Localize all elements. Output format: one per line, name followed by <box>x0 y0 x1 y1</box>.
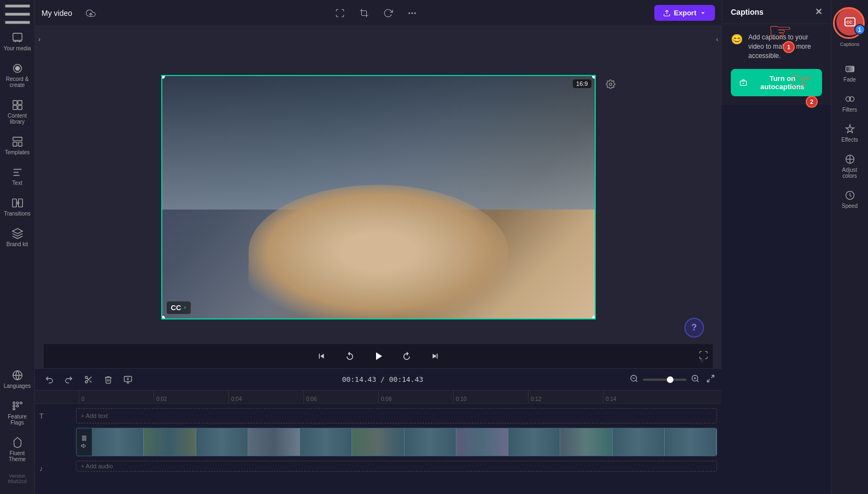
playback-controls <box>44 344 713 368</box>
thumb-1 <box>92 428 144 456</box>
audio-track-label: ♪ <box>35 458 76 478</box>
turn-on-autocaptions-btn[interactable]: Turn on autocaptions <box>731 69 822 96</box>
canvas-container: › CC + <box>35 26 722 368</box>
canvas-area: CC + <box>44 26 713 368</box>
sidebar-item-record[interactable]: Record & create <box>1 58 34 92</box>
hamburger-menu[interactable] <box>1 4 34 24</box>
left-sidebar: Your media Record & create Content libra… <box>0 0 35 494</box>
sidebar-item-fluent-theme[interactable]: Fluent Theme <box>1 432 34 467</box>
skip-to-start-btn[interactable] <box>313 347 330 365</box>
play-pause-btn[interactable] <box>370 347 387 365</box>
zoom-out-btn[interactable] <box>630 374 638 385</box>
sidebar-item-transitions[interactable]: Transitions <box>1 193 34 221</box>
thumb-4 <box>248 428 300 456</box>
undo-btn[interactable] <box>42 372 57 387</box>
zoom-thumb[interactable] <box>667 376 673 383</box>
svg-rect-55 <box>846 66 854 72</box>
captions-avatar-container[interactable]: CC 1 Captions <box>834 4 866 39</box>
zoom-in-btn[interactable] <box>691 374 700 385</box>
tool-item-adjust-colors[interactable]: Adjust colors <box>834 149 866 183</box>
svg-rect-6 <box>13 101 16 104</box>
svg-point-24 <box>412 12 413 14</box>
crop-btn[interactable] <box>355 4 373 22</box>
thumb-3 <box>196 428 248 456</box>
svg-marker-49 <box>81 444 84 448</box>
skip-to-end-btn[interactable] <box>426 347 444 365</box>
sidebar-item-feature-flags[interactable]: Feature Flags <box>1 396 34 430</box>
cut-btn[interactable] <box>81 372 96 387</box>
expand-timeline-btn[interactable] <box>706 374 715 385</box>
ruler-mark-2: 0:02 <box>154 391 228 403</box>
canvas-settings-icon[interactable] <box>606 79 615 91</box>
right-panel-collapse[interactable]: ‹ <box>713 26 722 53</box>
rewind-btn[interactable] <box>341 347 359 365</box>
fast-forward-btn[interactable] <box>398 347 415 365</box>
svg-rect-13 <box>12 199 16 207</box>
sidebar-item-templates[interactable]: Templates <box>1 131 34 160</box>
svg-line-46 <box>707 379 710 382</box>
timeline-track-area: T ♪ + Add text <box>35 404 722 494</box>
add-text-track[interactable]: + Add text <box>76 408 717 423</box>
svg-rect-12 <box>18 142 21 146</box>
svg-rect-10 <box>13 137 22 141</box>
svg-point-21 <box>20 402 22 404</box>
sidebar-item-content-library[interactable]: Content library <box>1 95 34 129</box>
left-panel-collapse[interactable]: › <box>35 26 44 53</box>
timeline: 00:14.43 / 00:14.43 <box>35 368 722 494</box>
svg-line-42 <box>697 380 699 382</box>
corner-handle-bottom-right[interactable] <box>592 316 596 319</box>
captions-title: Captions <box>731 8 764 16</box>
notification-badge: 1 <box>854 24 865 35</box>
ruler-marks: 0 0:02 0:04 0:06 0:08 0:10 0:12 0:14 <box>79 391 678 403</box>
corner-handle-bottom-left[interactable] <box>161 316 165 319</box>
cc-button[interactable]: CC + <box>167 301 191 314</box>
ruler-mark-0: 0 <box>79 391 154 403</box>
captions-panel-wrapper: Captions ✕ 😊 Add captions to your video … <box>722 0 831 494</box>
svg-rect-3 <box>13 33 22 40</box>
sidebar-item-text[interactable]: Text <box>1 162 34 190</box>
ruler-mark-10: 0:10 <box>453 391 528 403</box>
captions-body: 😊 Add captions to your video to make it … <box>722 24 831 105</box>
sidebar-item-your-media[interactable]: Your media <box>1 27 34 56</box>
delete-btn[interactable] <box>101 372 116 387</box>
rotate-btn[interactable] <box>379 4 397 22</box>
thumb-7 <box>404 428 456 456</box>
thumb-8 <box>456 428 508 456</box>
thumb-6 <box>352 428 404 456</box>
svg-point-18 <box>13 408 15 410</box>
sidebar-item-brand-kit[interactable]: Brand kit <box>1 223 34 252</box>
fullscreen-btn[interactable] <box>699 350 708 362</box>
thumb-12 <box>665 428 717 456</box>
captions-close-btn[interactable]: ✕ <box>815 7 822 17</box>
tool-item-filters[interactable]: Filters <box>834 89 866 117</box>
thumb-9 <box>508 428 560 456</box>
cloud-save-icon[interactable] <box>83 5 98 21</box>
tool-item-effects[interactable]: Effects <box>834 119 866 147</box>
thumb-11 <box>613 428 665 456</box>
add-to-timeline-btn[interactable] <box>120 372 136 387</box>
zoom-slider[interactable] <box>643 379 687 381</box>
fit-screen-btn[interactable] <box>331 4 349 22</box>
timeline-zoom <box>630 374 715 385</box>
help-button[interactable]: ? <box>684 318 704 338</box>
sidebar-item-languages[interactable]: Languages <box>1 365 34 393</box>
thumb-2 <box>144 428 196 456</box>
add-audio-track[interactable]: + Add audio <box>76 461 717 472</box>
video-thumbnails <box>92 428 717 456</box>
svg-line-31 <box>90 380 92 382</box>
export-button[interactable]: Export <box>654 5 715 21</box>
aspect-ratio-badge: 16:9 <box>573 79 591 88</box>
timeline-toolbar: 00:14.43 / 00:14.43 <box>35 369 722 391</box>
tool-item-speed[interactable]: Speed <box>834 185 866 213</box>
topbar-center <box>105 4 648 22</box>
redo-btn[interactable] <box>61 372 77 387</box>
svg-point-25 <box>414 12 416 14</box>
video-title: My video <box>42 9 72 18</box>
tool-item-fade[interactable]: Fade <box>834 59 866 87</box>
video-track[interactable] <box>76 428 717 456</box>
svg-line-45 <box>711 375 714 378</box>
ruler-mark-12: 0:12 <box>528 391 603 403</box>
svg-line-32 <box>87 378 89 380</box>
more-options-btn[interactable] <box>403 4 421 22</box>
svg-point-16 <box>13 402 15 404</box>
